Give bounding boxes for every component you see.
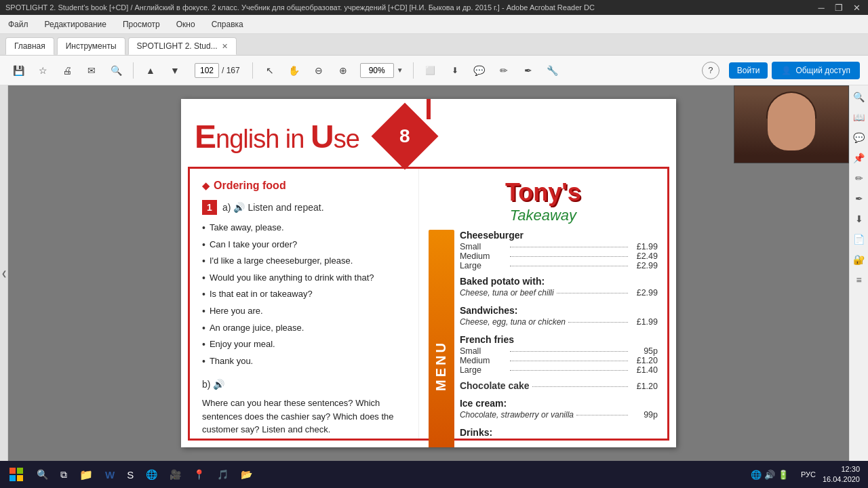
sandwich-sub: Cheese, egg, tuna or chicken: [460, 317, 566, 327]
webcam-face: [768, 93, 815, 150]
tab-home[interactable]: Главная: [5, 37, 54, 55]
taskbar-word[interactable]: W: [100, 462, 120, 487]
taskbar-yandex[interactable]: 🌐: [140, 462, 163, 487]
zoom-in-button[interactable]: ⊕: [333, 61, 353, 80]
right-sidebar: 🔍 📖 💬 📌 ✏ ✒ ⬇ 📄 🔐 ≡: [849, 85, 868, 461]
sidebar-bookmark-icon[interactable]: 📖: [852, 110, 867, 125]
cursor-tool[interactable]: ↖: [260, 61, 280, 80]
menu-window[interactable]: Окно: [174, 18, 198, 30]
task-view-button[interactable]: ⧉: [55, 462, 73, 487]
system-tray: 🌐 🔊 🔋: [751, 470, 794, 480]
menu-row-fries-s: Small 95p: [460, 346, 658, 356]
clock-time: 12:30: [823, 464, 860, 474]
dots-8: [510, 370, 628, 371]
save-button[interactable]: 💾: [8, 61, 28, 80]
signin-button[interactable]: Войти: [729, 62, 768, 79]
taskbar-zoom[interactable]: 🎥: [164, 462, 186, 487]
exercise-b-letter: b): [202, 379, 210, 390]
menu-file[interactable]: Файл: [5, 18, 31, 30]
prev-page-button[interactable]: ▲: [140, 61, 161, 80]
ice-sub: Chocolate, strawberry or vanilla: [460, 410, 574, 420]
menu-chocolate-cake: Chocolate cake £1.20: [460, 380, 658, 392]
network-icon[interactable]: 🌐: [751, 470, 762, 480]
print-button[interactable]: 🖨: [57, 61, 77, 80]
search-taskbar-button[interactable]: 🔍: [31, 462, 54, 487]
sign-button[interactable]: ✒: [518, 61, 538, 80]
search-button[interactable]: 🔍: [106, 61, 126, 80]
taskbar-files[interactable]: 📂: [235, 462, 258, 487]
next-page-button[interactable]: ▼: [165, 61, 185, 80]
hand-tool[interactable]: ✋: [284, 61, 304, 80]
window-controls[interactable]: ─ ❐ ✕: [815, 3, 863, 13]
fries-small: Small: [460, 346, 507, 356]
close-button[interactable]: ✕: [850, 3, 863, 13]
taskbar-explorer[interactable]: 📁: [74, 462, 98, 487]
menu-row-fries-m: Medium £1.20: [460, 356, 658, 365]
volume-icon[interactable]: 🔊: [764, 470, 775, 480]
sidebar-tool-icon[interactable]: ⬇: [852, 211, 867, 226]
menu-baked-potato: Baked potato with: Cheese, tuna or beef …: [460, 276, 658, 300]
sidebar-scroll-icon[interactable]: ≡: [852, 272, 867, 287]
sidebar-sign-icon[interactable]: ✒: [852, 191, 867, 206]
audio-icon-b[interactable]: 🔊: [213, 379, 224, 390]
menu-row-large: Large £2.99: [460, 261, 658, 270]
comment-button[interactable]: 💬: [469, 61, 490, 80]
zoom-area: ▼: [360, 63, 403, 78]
taskbar-media[interactable]: 🎵: [212, 462, 234, 487]
listen-label: Listen and repeat.: [248, 202, 323, 213]
stamp-button[interactable]: 🔧: [542, 61, 563, 80]
size-small: Small: [460, 242, 507, 251]
price-2: £2.49: [631, 251, 658, 261]
dots-10: [576, 415, 628, 415]
tab-doc[interactable]: SPOTLIGHT 2. Stud... ✕: [128, 37, 237, 55]
taskbar-maps[interactable]: 📍: [188, 462, 210, 487]
minimize-button[interactable]: ─: [815, 3, 827, 13]
section-title-text: Ordering food: [214, 180, 286, 192]
menu-help[interactable]: Справка: [209, 18, 246, 30]
system-clock[interactable]: 12:30 16.04.2020: [823, 464, 865, 485]
sidebar-attachment-icon[interactable]: 📌: [852, 150, 867, 165]
help-button[interactable]: ?: [702, 62, 719, 79]
battery-icon[interactable]: 🔋: [778, 470, 789, 480]
title-bar: SPOTLIGHT 2. Student's book [+CD] / Англ…: [0, 0, 868, 15]
exercise-b-label: b) 🔊: [202, 379, 406, 390]
tab-close-icon[interactable]: ✕: [222, 42, 228, 51]
price-4: £2.99: [631, 288, 658, 298]
phrase-4: Would you like anything to drink with th…: [202, 272, 406, 285]
language-indicator[interactable]: РУС: [798, 470, 818, 479]
sidebar-export-icon[interactable]: 📄: [852, 232, 867, 247]
share-button[interactable]: 👤 Общий доступ: [772, 62, 860, 79]
sidebar-comment-icon[interactable]: 💬: [852, 130, 867, 145]
menu-view[interactable]: Просмотр: [120, 18, 163, 30]
menu-bar: Файл Редактирование Просмотр Окно Справк…: [0, 15, 868, 34]
toolbar: 💾 ☆ 🖨 ✉ 🔍 ▲ ▼ / 167 ↖ ✋ ⊖ ⊕ ▼ ⬜ ⬇ 💬 ✏ ✒ …: [0, 56, 868, 85]
taskbar-skype[interactable]: S: [121, 462, 139, 487]
title-rest-use: se: [334, 125, 359, 153]
price-6: 95p: [631, 346, 658, 356]
menu-sandwiches: Sandwiches: Cheese, egg, tuna or chicken…: [460, 305, 658, 329]
bookmark-button[interactable]: ☆: [33, 61, 53, 80]
clock-date: 16.04.2020: [823, 474, 860, 485]
right-column: Tony's Takeaway MENU Cheeseburger: [419, 169, 667, 439]
restore-button[interactable]: ❐: [833, 3, 845, 13]
menu-drinks: Drinks:: [460, 427, 658, 438]
zoom-out-button[interactable]: ⊖: [309, 61, 329, 80]
sidebar-zoom-icon[interactable]: 🔍: [852, 89, 867, 104]
menu-edit[interactable]: Редактирование: [42, 18, 109, 30]
zoom-input[interactable]: [360, 63, 394, 78]
scroll-button[interactable]: ⬇: [445, 61, 465, 80]
sidebar-highlight-icon[interactable]: ✏: [852, 171, 867, 186]
fit-page-button[interactable]: ⬜: [420, 61, 441, 80]
page-number-input[interactable]: [195, 63, 219, 78]
audio-icon[interactable]: 🔊: [233, 202, 245, 213]
highlight-button[interactable]: ✏: [494, 61, 514, 80]
email-button[interactable]: ✉: [81, 61, 102, 80]
tab-tools[interactable]: Инструменты: [57, 37, 125, 55]
document-area[interactable]: English in Use 8 ◆ Ordering food: [8, 85, 849, 461]
zoom-dropdown-icon[interactable]: ▼: [397, 66, 403, 74]
sidebar-security-icon[interactable]: 🔐: [852, 252, 867, 267]
webcam-overlay: [734, 85, 849, 163]
start-button[interactable]: [3, 462, 30, 487]
left-panel-toggle[interactable]: ❮: [0, 85, 8, 461]
divider-3: [413, 62, 414, 79]
